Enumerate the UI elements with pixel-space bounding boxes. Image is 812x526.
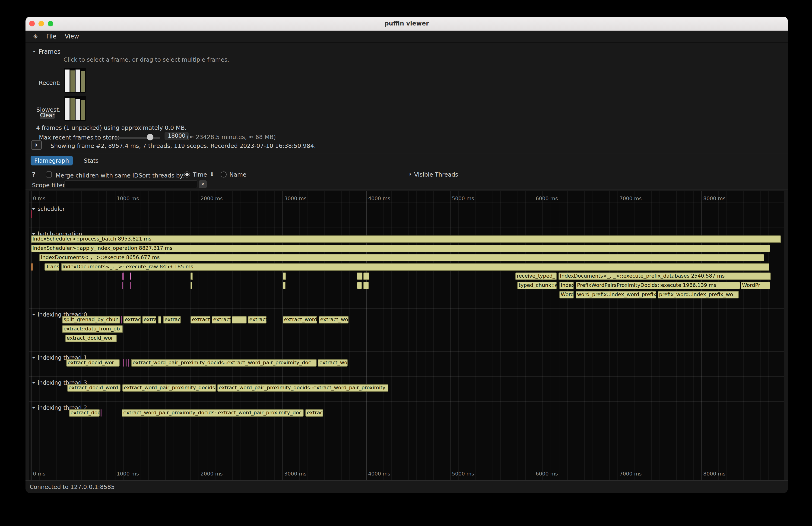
scope-bar[interactable]: PrefixWordPairsProximityDocids::execute … xyxy=(576,282,740,289)
theme-toggle-icon[interactable]: ✳ xyxy=(33,33,38,40)
scope-bar[interactable]: extract_wo xyxy=(318,359,347,367)
minimize-button[interactable] xyxy=(39,21,44,26)
scope-bar[interactable]: extrac xyxy=(163,316,180,323)
scope-bar[interactable]: extra xyxy=(142,316,156,323)
merge-children-label[interactable]: Merge children with same ID xyxy=(56,172,139,179)
scope-bar[interactable]: IndexScheduler>::process_batch 8953.821 … xyxy=(31,235,781,243)
max-frames-note: (≈ 23428.5 minutes, ≈ 68 MB) xyxy=(187,133,276,141)
flamegraph-canvas[interactable]: 0 ms1000 ms2000 ms3000 ms4000 ms5000 ms6… xyxy=(29,191,784,480)
scope-bar[interactable] xyxy=(130,282,131,289)
scope-filter-input[interactable] xyxy=(64,180,198,188)
scope-bar[interactable]: extract_wo xyxy=(319,316,348,323)
frame-thumbnail[interactable] xyxy=(66,70,70,92)
scope-bar[interactable]: extract_word_pair_proximity_docids xyxy=(122,384,216,392)
title-bar[interactable]: puffin viewer xyxy=(26,17,788,31)
max-frames-slider-track[interactable] xyxy=(114,137,160,139)
scope-bar[interactable]: IndexScheduler>::apply_index_operation 8… xyxy=(31,245,770,252)
scope-bar[interactable] xyxy=(126,359,127,367)
scope-bar[interactable] xyxy=(130,273,131,280)
menu-item-file[interactable]: File xyxy=(46,33,57,40)
scope-bar[interactable] xyxy=(158,316,161,323)
time-tick-label: 3000 ms xyxy=(284,471,307,477)
scope-bar[interactable]: extract_docid_wor xyxy=(66,335,117,342)
frame-thumbnail[interactable] xyxy=(70,98,75,120)
scope-bar[interactable]: extract xyxy=(123,316,141,323)
scope-bar[interactable] xyxy=(363,273,369,280)
frame-thumbnail[interactable] xyxy=(75,70,80,92)
scope-bar[interactable] xyxy=(128,359,129,367)
scope-bar[interactable]: WordPr xyxy=(741,282,770,289)
scope-bar[interactable]: extract_ xyxy=(212,316,231,323)
scope-bar[interactable] xyxy=(122,282,124,289)
scope-label: IndexDocuments<_, _>::execute_prefix_dat… xyxy=(559,273,771,280)
radio-icon[interactable] xyxy=(184,172,190,177)
visible-threads-header[interactable]: ⏵ Visible Threads xyxy=(409,171,458,178)
scope-bar[interactable]: index xyxy=(560,282,574,289)
scope-bar[interactable]: word_prefix::index_word_prefix_ xyxy=(576,291,656,298)
scope-bar[interactable]: extract::data_from_ob xyxy=(62,325,122,333)
scope-bar[interactable] xyxy=(357,273,362,280)
scope-bar[interactable]: IndexDocuments<_, _>::execute_raw 8459.1… xyxy=(61,263,769,271)
scope-bar[interactable] xyxy=(31,210,32,218)
sort-option-time[interactable]: Time⬇ xyxy=(184,171,214,178)
scope-bar[interactable]: extract_word_pair_proximity_docids::extr… xyxy=(217,384,389,392)
scope-bar[interactable]: IndexDocuments<_, _>::execute 8656.677 m… xyxy=(39,254,764,261)
scope-bar[interactable]: prefix_word::index_prefix_wo xyxy=(658,291,739,298)
scope-bar[interactable] xyxy=(101,409,102,417)
scope-bar[interactable]: extract xyxy=(248,316,266,323)
max-frames-value[interactable]: 18000 xyxy=(164,132,189,140)
scope-bar[interactable] xyxy=(123,359,124,367)
clear-filter-button[interactable]: ✕ xyxy=(199,180,207,188)
scope-bar[interactable] xyxy=(31,263,33,271)
scope-bar[interactable]: extrac xyxy=(305,409,323,417)
time-tick-label: 2000 ms xyxy=(201,195,223,202)
frames-section-header[interactable]: ⏷ Frames xyxy=(32,48,60,55)
scope-bar[interactable]: split_grenad_by_chun xyxy=(62,316,120,323)
tab-flamegraph[interactable]: Flamegraph xyxy=(31,156,73,165)
merge-children-checkbox[interactable] xyxy=(46,172,52,177)
play-button[interactable]: ⏵ xyxy=(31,141,42,150)
scope-bar[interactable]: typed_chunk::w xyxy=(517,282,556,289)
max-frames-slider-handle[interactable] xyxy=(147,134,154,141)
recent-frames-strip[interactable] xyxy=(64,68,86,93)
scope-bar[interactable]: extract_word xyxy=(283,316,317,323)
thread-section-divider xyxy=(29,376,784,377)
clear-button[interactable]: Clear xyxy=(40,112,55,119)
scope-label: extract_word_pair_proximity_docids::extr… xyxy=(122,409,304,417)
scope-bar[interactable]: receive_typed_ xyxy=(516,273,556,280)
slowest-frames-strip[interactable] xyxy=(64,96,86,121)
sort-direction-icon[interactable]: ⬇ xyxy=(210,172,214,177)
help-button[interactable]: ? xyxy=(32,171,35,178)
scope-bar[interactable]: extract_ xyxy=(190,316,211,323)
frame-thumbnail[interactable] xyxy=(75,99,80,120)
radio-icon[interactable] xyxy=(221,172,227,177)
scope-bar[interactable]: extract_doc xyxy=(69,409,100,417)
scope-bar[interactable]: extract_docid_word xyxy=(67,384,120,392)
scope-bar[interactable]: Trans xyxy=(44,263,60,271)
scope-bar[interactable] xyxy=(190,273,193,280)
thread-header-scheduler[interactable]: ⏷scheduler xyxy=(32,206,65,212)
scope-bar[interactable]: IndexDocuments<_, _>::execute_prefix_dat… xyxy=(559,273,771,280)
scope-bar[interactable]: extract_docid_wor xyxy=(66,359,119,367)
scope-bar[interactable]: extract_word_pair_proximity_docids::extr… xyxy=(122,409,304,417)
scope-bar[interactable] xyxy=(283,282,286,289)
menu-item-view[interactable]: View xyxy=(65,33,79,40)
scope-bar[interactable] xyxy=(232,316,246,323)
scope-bar[interactable] xyxy=(121,316,122,323)
frame-thumbnail[interactable] xyxy=(70,71,75,92)
frame-thumbnail[interactable] xyxy=(81,100,85,120)
tab-stats[interactable]: Stats xyxy=(80,156,102,165)
scope-bar[interactable] xyxy=(191,282,192,289)
sort-option-name[interactable]: Name xyxy=(221,171,247,178)
zoom-button[interactable] xyxy=(48,21,53,26)
scope-bar[interactable] xyxy=(283,273,286,280)
frame-thumbnail[interactable] xyxy=(66,98,70,120)
scope-bar[interactable] xyxy=(363,282,369,289)
scope-bar[interactable] xyxy=(357,282,362,289)
scope-bar[interactable]: Word xyxy=(560,291,574,298)
frame-thumbnail[interactable] xyxy=(81,71,85,92)
scope-bar[interactable]: extract_word_pair_proximity_docids::extr… xyxy=(131,359,316,367)
scope-label: split_grenad_by_chun xyxy=(62,316,120,323)
scope-bar[interactable] xyxy=(122,273,124,280)
close-button[interactable] xyxy=(29,21,35,26)
